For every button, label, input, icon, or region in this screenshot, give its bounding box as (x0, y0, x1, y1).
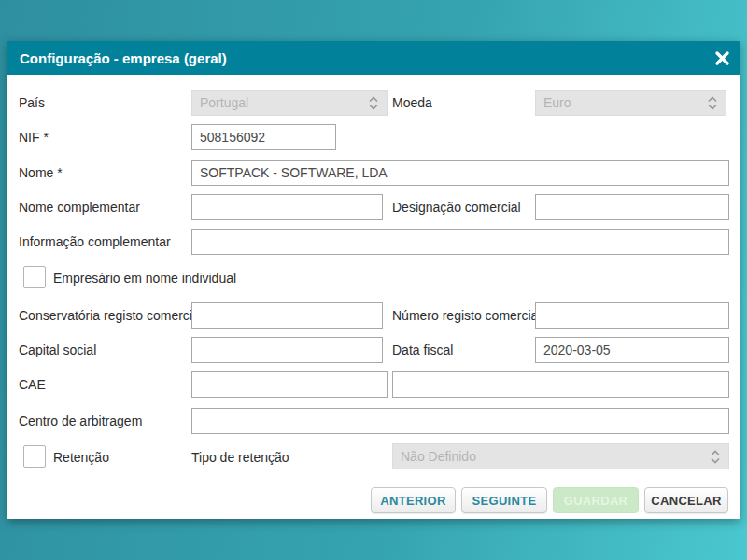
nome-input[interactable] (191, 160, 729, 186)
nome-complementar-input[interactable] (191, 194, 383, 220)
tipo-retencao-select: Não Definido (392, 443, 729, 469)
empresario-individual-checkbox[interactable] (23, 266, 46, 288)
retencao-checkbox[interactable] (23, 445, 46, 468)
conservatoria-label: Conservatória registo comercial * (19, 309, 211, 322)
chevron-updown-icon (368, 95, 379, 111)
anterior-button[interactable]: ANTERIOR (371, 487, 456, 513)
data-fiscal-input[interactable] (535, 337, 729, 363)
dialog-titlebar: Configuração - empresa (geral) (7, 41, 740, 75)
tipo-retencao-label: Tipo de retenção (191, 451, 289, 464)
data-fiscal-label: Data fiscal (392, 343, 453, 357)
numero-registo-label: Número registo comercial * (392, 309, 550, 322)
moeda-label: Moeda (392, 96, 432, 109)
moeda-select: Euro (535, 90, 726, 116)
pais-label: País (19, 96, 45, 109)
empresario-individual-label: Empresário em nome individual (53, 272, 236, 285)
cae-input-1[interactable] (191, 371, 388, 398)
designacao-comercial-input[interactable] (535, 194, 729, 220)
numero-registo-input[interactable] (535, 302, 729, 329)
capital-social-label: Capital social (19, 343, 96, 357)
capital-social-input[interactable] (191, 337, 383, 363)
informacao-complementar-label: Informação complementar (19, 235, 171, 248)
guardar-button: GUARDAR (553, 487, 639, 513)
chevron-updown-icon (710, 449, 721, 465)
pais-select: Portugal (191, 90, 388, 116)
nome-complementar-label: Nome complementar (19, 201, 140, 214)
conservatoria-input[interactable] (191, 302, 383, 329)
retencao-label: Retenção (53, 451, 109, 464)
moeda-select-value: Euro (543, 95, 707, 110)
dialog-title: Configuração - empresa (geral) (7, 50, 227, 66)
designacao-comercial-label: Designação comercial (392, 201, 521, 214)
config-dialog: Configuração - empresa (geral) País Port… (7, 41, 740, 519)
cae-input-2[interactable] (392, 371, 729, 398)
desktop-background: { "dialog": { "title": "Configuração - e… (0, 0, 747, 560)
centro-arbitragem-label: Centro de arbitragem (19, 414, 142, 427)
pais-select-value: Portugal (200, 95, 368, 110)
chevron-updown-icon (707, 95, 718, 111)
nome-label: Nome * (19, 166, 63, 179)
cancelar-button[interactable]: CANCELAR (644, 487, 728, 513)
close-icon[interactable] (712, 48, 732, 68)
nif-input[interactable] (191, 124, 336, 150)
seguinte-button[interactable]: SEGUINTE (461, 487, 547, 513)
centro-arbitragem-input[interactable] (191, 408, 729, 434)
cae-label: CAE (19, 378, 46, 391)
informacao-complementar-input[interactable] (191, 229, 729, 255)
nif-label: NIF * (19, 131, 49, 144)
tipo-retencao-select-value: Não Definido (401, 449, 710, 464)
